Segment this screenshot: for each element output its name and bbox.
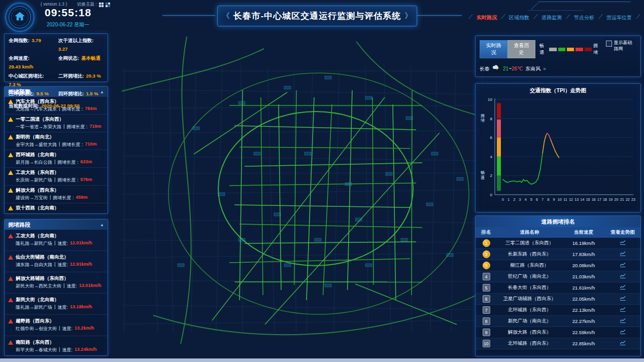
metric-label: 速度: [57,304,68,311]
speed-cell: 22.05km/h [562,294,605,305]
stat-value: 基本畅通 [81,55,100,62]
tab-history[interactable]: 查看历史 [507,40,535,58]
version-label: ( version 1.3 ) [41,2,67,7]
svg-text:7: 7 [541,198,544,201]
panel-title: 拥堵路段 [8,221,30,229]
basemap-checkbox[interactable] [606,41,612,47]
svg-text:4: 4 [490,155,493,159]
rank-cell: 4 [476,271,497,282]
list-item[interactable]: 汽车大路（西向东）无名路→汽车大路东|拥堵长度 :784m [5,97,108,115]
trend-chart-icon[interactable] [620,318,626,324]
trend-chart-icon[interactable] [620,273,626,280]
road-name: 新明街（南向北） [16,134,54,140]
list-item[interactable]: 新民大街（北向南）隆礼路→新民广场|速度:13.18km/h [5,294,108,315]
speed-cell: 22.85km/h [562,338,605,349]
collapse-icon[interactable]: ▲ [100,90,104,94]
trend-chart-icon[interactable] [620,251,626,258]
stat-value: 29.43 km/h [9,64,33,69]
theme-swatch-dark[interactable] [106,3,110,7]
stat-value: 1.5 % [86,91,98,96]
trend-chart-icon[interactable] [620,296,626,302]
road-name: 仙台大街辅路（南向北） [16,254,69,261]
theme-swatch-light[interactable] [99,3,104,7]
svg-text:5: 5 [530,198,532,201]
metric-value: 12.91km/h [70,262,92,268]
home-logo[interactable] [5,3,35,32]
nav-item-vehicle-location[interactable]: 营运车位置 [599,14,636,21]
list-item[interactable]: 双十西路（北向南）富民大街→站前街|拥堵长度 :459m [5,203,108,212]
metric-label: 速度: [62,325,73,332]
trend-chart-icon[interactable] [620,307,626,313]
list-item[interactable]: 西环城路（北向南）新月路→长白公路|拥堵长度 :633m [5,150,108,168]
list-item[interactable]: 一零二国道（东向西）一零一省道→东荣大路|拥堵长度 :719m [5,115,108,132]
stat-value: 20.3 % [86,73,101,79]
stat-label: 全网状态: [58,55,79,62]
axis-band-label: 畅通 [480,170,485,179]
rank-cell: 3 [476,260,497,271]
speed-cell: 20.08km/h [562,260,605,271]
list-item[interactable]: 南阳路（东向西）和平大街→春城大街|速度:13.24km/h [5,336,108,356]
speed-cell: 16.19km/h [562,238,605,249]
collapse-icon[interactable]: ▲ [100,223,104,227]
road-name: 汽车大路（西向东） [16,98,59,105]
list-item[interactable]: 解放大路（西向东）建设街→万宝街|拥堵长度 :459m [5,186,108,203]
metric-label: 速度: [57,240,68,247]
stat-ring4-jam: 四环拥堵比:1.5 % [58,91,104,97]
trend-chart-icon[interactable] [620,329,626,336]
weather-more-arrow[interactable]: » [543,66,546,71]
list-item[interactable]: 工农大路（北向南）隆礼路→新民广场|速度:12.01km/h [5,230,108,251]
metric-value: 710m [85,141,96,148]
road-segment: 新民大街→西民主大街 [16,283,61,289]
trend-chart-icon[interactable] [620,340,626,347]
warning-triangle-icon [8,117,13,122]
rank-cell: 1 [476,238,497,249]
list-item[interactable]: 仙台大街辅路（南向北）浦东路→自由大路|速度:12.91km/h [5,251,108,272]
svg-text:4: 4 [525,198,527,201]
date: 2020-06-22 星期一 [47,21,89,28]
weather-icon [492,65,500,73]
nav-item-node-analysis[interactable]: 节点分析 [566,14,599,21]
table-row: 4世纪广场（南向北）21.03km/h [476,271,640,282]
bottom-scroll-strip [0,358,644,362]
metric-value: 784m [85,106,96,113]
metric-value: 13.24km/h [75,347,97,353]
nav-item-realtime[interactable]: 实时路况 [469,14,501,21]
network-stats-panel: 全网指数:3.79次干道以上指数:3.27全网速度:29.43 km/h全网状态… [4,33,108,82]
page-title: 长春市-中心城区交通运行监测与评估系统 [233,10,401,22]
nav-item-region-index[interactable]: 区域指数 [501,14,534,21]
table-row: 1三零二国道（东向西）16.19km/h [476,238,640,249]
alert-triangle-icon [8,234,13,238]
list-item[interactable]: 工农大路（东向西）长庆街→新民广场|拥堵长度 :576m [5,168,108,186]
stat-arterial-index: 次干道以上指数:3.27 [58,38,104,52]
axis-band-label: 拥堵 [480,114,485,123]
nav-item-data-query[interactable]: 数据查询 [636,14,644,21]
road-cell: 长新东路（西向东） [497,249,562,260]
list-item[interactable]: 新明街（南向北）金宇大路→盛世大路|拥堵长度 :710m [5,132,108,150]
basemap-toggle[interactable]: 显示基础路网 [606,40,636,52]
trend-chart-icon[interactable] [620,284,626,291]
road-cell: 北环城路（东向西） [497,305,562,316]
rank-cell: 6 [476,294,497,305]
stat-label: 全网速度: [9,55,29,62]
tpi-chart-panel: 交通指数（TPI）走势图 024681001234567891011121314… [475,83,641,212]
speed-cell: 17.83km/h [562,249,605,260]
rank-badge: 2 [483,250,490,258]
metric-label: 速度: [57,262,68,268]
list-item[interactable]: 越野路（西向东）红领巾街→创业大街|速度:13.2km/h [5,315,108,336]
road-cell: 柳江路（东向西） [497,260,562,271]
rank-badge: 1 [483,239,490,247]
rank-cell: 5 [476,282,497,294]
trend-chart-icon[interactable] [620,240,626,246]
svg-text:3: 3 [519,198,521,201]
road-name: 南阳路（东向西） [16,339,54,346]
tab-realtime[interactable]: 实时路况 [480,40,507,58]
column-header: 查看走势图 [605,227,640,238]
list-item[interactable]: 解放大路辅路（东向西）新民大街→西民主大街|速度:13.01km/h [5,272,108,294]
road-cell: 三零二国道（东向西） [497,238,562,249]
stat-value: 3.79 [31,38,41,43]
rank-cell: 7 [476,305,497,316]
trend-chart-icon[interactable] [620,262,626,269]
nav-item-road-monitor[interactable]: 道路监测 [534,14,566,21]
svg-text:23: 23 [631,198,635,201]
roadview-controls: 实时路况查看历史 畅通拥堵 显示基础路网 [480,40,636,58]
